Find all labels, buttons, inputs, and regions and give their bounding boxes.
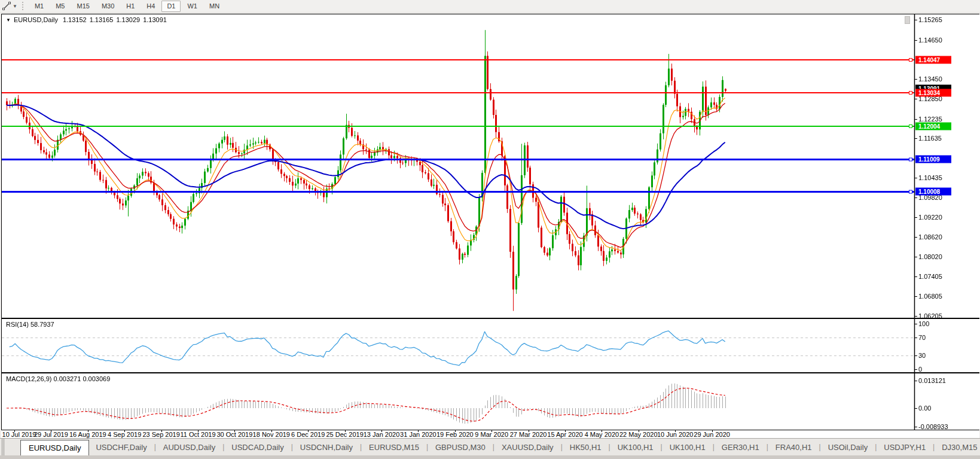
timeframe-w1-button[interactable]: W1 [182, 1, 203, 12]
rsi-level-label: 100 [918, 320, 929, 327]
rsi-level-label: 70 [918, 334, 926, 341]
tab-uk100-h1[interactable]: UK100,H1 [611, 443, 660, 452]
line-studies-icon[interactable] [1, 1, 12, 11]
date-label: 15 Apr 2020 [547, 431, 582, 438]
tab-gbpusd-m30[interactable]: GBPUSD,M30 [429, 443, 492, 452]
tab-usoil-daily[interactable]: USOil,Daily [822, 443, 874, 452]
date-label: 30 Oct 2019 [216, 431, 252, 438]
tab-eurusd-m15[interactable]: EURUSD,M15 [362, 443, 426, 452]
toolbar: ▼ M1M5M15M30H1H4D1W1MN [0, 0, 980, 13]
tab-audusd-daily[interactable]: AUDUSD,Daily [157, 443, 222, 452]
date-label: 13 Jan 2020 [364, 431, 400, 438]
timeframe-m5-button[interactable]: M5 [50, 1, 70, 12]
date-label: 22 May 2020 [619, 431, 658, 438]
chart-title-caret-icon: ▼ [6, 17, 11, 23]
ohlc-high: 1.13165 [90, 16, 114, 23]
tab-usdchf-daily[interactable]: USDCHF,Daily [89, 443, 153, 452]
hline-price-label: 1.13034 [915, 89, 951, 96]
date-label: 31 Jan 2020 [400, 431, 436, 438]
tab-usdcnh-daily[interactable]: USDCNH,Daily [294, 443, 359, 452]
date-label: 25 Dec 2019 [326, 431, 363, 438]
price-chart-canvas[interactable] [2, 14, 980, 318]
hline-price-label: 1.14047 [915, 56, 951, 63]
tool-dropdown-caret-icon[interactable]: ▼ [13, 4, 17, 9]
timeframe-m30-button[interactable]: M30 [96, 1, 120, 12]
date-label: 29 Jun 2020 [694, 431, 730, 438]
price-tick-label: 1.11635 [918, 135, 942, 142]
date-label: 23 Sep 2019 [142, 431, 179, 438]
tab-usdjpy-h1[interactable]: USDJPY,H1 [877, 443, 932, 452]
rsi-canvas[interactable] [2, 319, 980, 372]
price-tick-label: 1.12235 [918, 115, 942, 123]
macd-label: MACD(12,26,9) 0.003271 0.003069 [6, 375, 110, 382]
price-tick-label: 1.06805 [918, 293, 942, 300]
price-tick-label: 1.07405 [918, 273, 942, 280]
date-label: 29 Jul 2019 [34, 431, 68, 438]
date-label: 18 Nov 2019 [253, 431, 290, 438]
chart-symbol: EURUSD,Daily [14, 16, 58, 23]
toolbar-grip [22, 2, 24, 10]
date-label: 4 Sep 2019 [108, 431, 141, 438]
status-strip [0, 455, 980, 459]
price-tick-label: 1.08620 [918, 233, 942, 241]
ohlc-open: 1.13152 [63, 16, 87, 23]
price-tick-label: 1.13450 [918, 75, 942, 83]
rsi-panel: RSI(14) 58.7937 10070300 [1, 318, 979, 373]
date-axis: 10 Jul 201929 Jul 201916 Aug 20194 Sep 2… [1, 430, 979, 438]
price-tick-label: 1.10435 [918, 174, 942, 181]
tab-fra40-h1[interactable]: FRA40,H1 [769, 443, 819, 452]
window-edge [2, 439, 4, 455]
macd-level-label: -0.008933 [918, 423, 948, 430]
date-label: 16 Aug 2019 [69, 431, 106, 438]
ohlc-low: 1.13029 [116, 16, 140, 23]
date-label: 19 Feb 2020 [436, 431, 474, 438]
date-label: 4 May 2020 [585, 431, 619, 438]
rsi-level-label: 30 [918, 352, 926, 359]
tab-usdcad-daily[interactable]: USDCAD,Daily [225, 443, 290, 452]
hline-price-label: 1.10008 [915, 188, 951, 196]
date-label: 6 Dec 2019 [291, 431, 325, 438]
rsi-label: RSI(14) 58.7937 [6, 321, 54, 328]
date-label: 10 Jul 2019 [2, 431, 36, 438]
macd-level-label: 0.013121 [918, 377, 946, 384]
tab-xauusd-daily[interactable]: XAUUSD,Daily [495, 443, 560, 452]
timeframe-d1-button[interactable]: D1 [161, 1, 181, 12]
timeframe-mn-button[interactable]: MN [204, 1, 225, 12]
ohlc-close: 1.13091 [143, 16, 167, 23]
chart-scrollbar-thumb[interactable] [905, 16, 910, 24]
price-tick-label: 1.09220 [918, 214, 942, 221]
price-tick-label: 1.14650 [918, 37, 942, 44]
timeframe-h4-button[interactable]: H4 [141, 1, 160, 12]
tab-ger30-h1[interactable]: GER30,H1 [715, 443, 766, 452]
tab-eurusd-daily[interactable]: EURUSD,Daily [20, 440, 89, 455]
main-chart-panel: ▼EURUSD,Daily1.131521.131651.130291.1309… [1, 14, 979, 318]
date-label: 11 Oct 2019 [180, 431, 215, 438]
hline-price-label: 1.12004 [915, 123, 951, 130]
tab-uk100-h1[interactable]: UK100,H1 [663, 443, 712, 452]
chart-title: ▼EURUSD,Daily1.131521.131651.130291.1309… [6, 16, 167, 23]
timeframe-h1-button[interactable]: H1 [121, 1, 140, 12]
price-tick-label: 1.15265 [918, 16, 942, 23]
date-label: 27 Mar 2020 [510, 431, 547, 438]
price-tick-label: 1.08020 [918, 253, 942, 260]
date-label: 10 Jun 2020 [657, 431, 694, 438]
timeframe-m15-button[interactable]: M15 [71, 1, 94, 12]
tab-dj30-m15[interactable]: DJ30,M15 [935, 443, 980, 452]
rsi-level-label: 0 [918, 366, 922, 373]
timeframe-m1-button[interactable]: M1 [29, 1, 49, 12]
macd-canvas[interactable] [2, 373, 980, 430]
timeframe-buttons: M1M5M15M30H1H4D1W1MN [29, 1, 225, 12]
date-label: 9 Mar 2020 [475, 431, 508, 438]
chart-tabs: EURUSD,DailyUSDCHF,Daily|AUDUSD,Daily|US… [20, 439, 980, 455]
macd-panel: MACD(12,26,9) 0.003271 0.003069 0.013121… [1, 373, 979, 430]
tab-hk50-h1[interactable]: HK50,H1 [563, 443, 608, 452]
macd-level-label: 0.00 [918, 405, 931, 412]
chart-tabs-bar: EURUSD,DailyUSDCHF,Daily|AUDUSD,Daily|US… [0, 438, 980, 455]
hline-price-label: 1.11009 [915, 155, 951, 163]
